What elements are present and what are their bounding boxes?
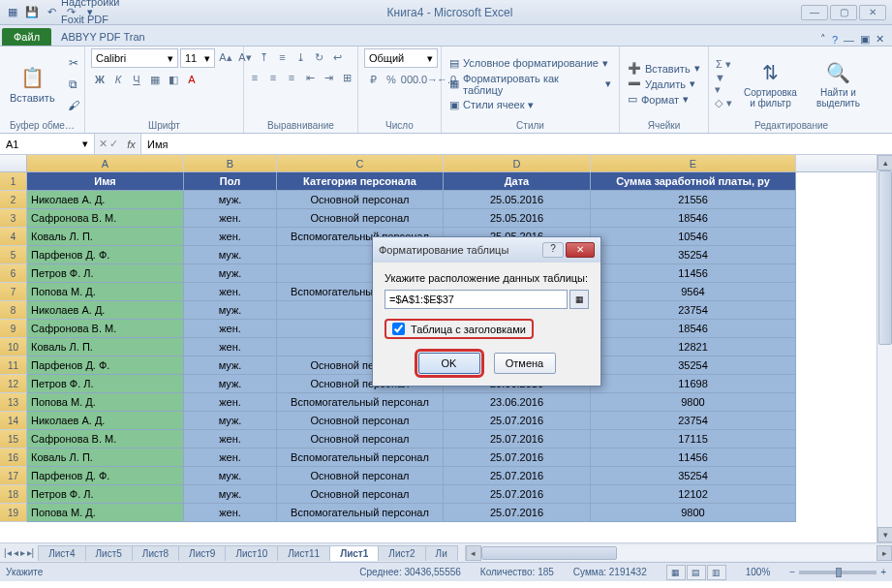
sheet-tab-Лист9[interactable]: Лист9 (178, 545, 226, 561)
cell[interactable]: 11456 (591, 264, 796, 283)
row-header-12[interactable]: 12 (0, 375, 27, 393)
column-header-A[interactable]: A (27, 155, 184, 171)
enter-formula-icon[interactable]: ✓ (109, 138, 118, 150)
doc-minimize-icon[interactable]: — (844, 34, 854, 46)
cell[interactable]: муж. (184, 191, 277, 209)
cell[interactable]: Попова М. Д. (27, 283, 184, 301)
align-middle-icon[interactable]: ≡ (274, 48, 292, 66)
format-as-table-button[interactable]: ▦Форматировать как таблицу ▾ (447, 72, 613, 97)
font-size-combo[interactable]: 11▾ (180, 48, 215, 68)
percent-icon[interactable]: % (383, 71, 400, 88)
cell[interactable]: 23754 (591, 412, 796, 430)
align-left-icon[interactable]: ≡ (246, 69, 263, 86)
page-layout-view-icon[interactable]: ▤ (687, 565, 706, 580)
cell[interactable]: Попова М. Д. (27, 504, 184, 522)
insert-cells-button[interactable]: ➕Вставить ▾ (626, 61, 702, 76)
row-header-5[interactable]: 5 (0, 246, 27, 264)
fx-icon[interactable]: fx (122, 134, 141, 154)
file-tab[interactable]: Файл (2, 28, 51, 46)
autosum-icon[interactable]: Σ ▾ (715, 56, 732, 74)
row-header-14[interactable]: 14 (0, 412, 27, 430)
cell[interactable]: жен. (184, 449, 277, 467)
cell[interactable]: Петров Ф. Л. (27, 485, 184, 504)
cell[interactable]: Основной персонал (277, 191, 444, 209)
cell[interactable]: 11456 (591, 449, 796, 467)
headers-checkbox-row[interactable]: Таблица с заголовками (384, 319, 534, 339)
row-header-8[interactable]: 8 (0, 301, 27, 320)
cell[interactable]: Вспомогательный персонал (277, 449, 444, 467)
close-button[interactable]: ✕ (859, 5, 886, 20)
zoom-slider[interactable] (799, 571, 877, 574)
scroll-up-icon[interactable]: ▴ (877, 155, 892, 170)
font-name-combo[interactable]: Calibri▾ (91, 48, 178, 68)
header-cell[interactable]: Сумма заработной платы, ру (591, 172, 796, 191)
format-painter-icon[interactable]: 🖌 (63, 96, 84, 115)
cell[interactable]: 25.07.2016 (444, 485, 591, 504)
cancel-button[interactable]: Отмена (494, 353, 556, 374)
cell[interactable]: Сафронова В. М. (27, 430, 184, 449)
save-icon[interactable]: 💾 (23, 4, 41, 21)
cell[interactable]: Парфенов Д. Ф. (27, 246, 184, 264)
cell[interactable]: Петров Ф. Л. (27, 375, 184, 393)
dialog-titlebar[interactable]: Форматирование таблицы ? ✕ (373, 237, 600, 263)
row-header-10[interactable]: 10 (0, 338, 27, 356)
cell[interactable]: Николаев А. Д. (27, 412, 184, 430)
cell[interactable]: 17115 (591, 430, 796, 449)
format-cells-button[interactable]: ▭Формат ▾ (626, 92, 702, 107)
align-top-icon[interactable]: ⤒ (256, 48, 273, 66)
sheet-tab-Ли[interactable]: Ли (425, 545, 458, 561)
zoom-thumb[interactable] (836, 568, 842, 577)
cell[interactable]: 9800 (591, 504, 796, 522)
cell[interactable]: Парфенов Д. Ф. (27, 356, 184, 375)
cell[interactable]: Попова М. Д. (27, 393, 184, 412)
header-cell[interactable]: Пол (184, 172, 277, 191)
cell[interactable]: 18546 (591, 209, 796, 228)
cell[interactable]: Петров Ф. Л. (27, 264, 184, 283)
cell[interactable]: 35254 (591, 467, 796, 485)
zoom-out-icon[interactable]: − (789, 567, 795, 577)
cell[interactable]: 35254 (591, 356, 796, 375)
cell[interactable]: муж. (184, 375, 277, 393)
align-right-icon[interactable]: ≡ (283, 69, 300, 86)
header-cell[interactable]: Имя (27, 172, 184, 191)
cell[interactable]: Основной персонал (277, 467, 444, 485)
cell[interactable]: Основной персонал (277, 430, 444, 449)
cell[interactable]: Сафронова В. М. (27, 320, 184, 338)
orientation-icon[interactable]: ↻ (311, 48, 328, 66)
ok-button[interactable]: OK (418, 353, 480, 374)
row-header-15[interactable]: 15 (0, 430, 27, 449)
row-header-13[interactable]: 13 (0, 393, 27, 412)
first-sheet-icon[interactable]: |◂ (4, 547, 12, 558)
ribbon-tab-9[interactable]: Foxit PDF (53, 11, 153, 28)
comma-icon[interactable]: 000 (401, 71, 418, 88)
cell[interactable]: 23.06.2016 (444, 393, 591, 412)
header-cell[interactable]: Дата (444, 172, 591, 191)
cell[interactable]: муж. (184, 356, 277, 375)
row-header-1[interactable]: 1 (0, 172, 27, 191)
cell[interactable]: Основной персонал (277, 412, 444, 430)
cell[interactable]: жен. (184, 228, 277, 246)
cut-icon[interactable]: ✂ (63, 53, 84, 73)
ribbon-minimize-icon[interactable]: ˄ (820, 33, 826, 46)
horizontal-scrollbar[interactable]: ◂ ▸ (465, 545, 892, 561)
sheet-tab-Лист10[interactable]: Лист10 (225, 545, 278, 561)
excel-icon[interactable]: ▦ (4, 4, 21, 21)
fill-color-icon[interactable]: ◧ (165, 71, 182, 88)
headers-checkbox[interactable] (392, 323, 405, 335)
dialog-close-button[interactable]: ✕ (566, 242, 595, 258)
cell[interactable]: жен. (184, 338, 277, 356)
sheet-tab-Лист8[interactable]: Лист8 (132, 545, 179, 561)
cell[interactable]: 12821 (591, 338, 796, 356)
fill-icon[interactable]: ▼ ▾ (715, 76, 732, 93)
cell[interactable]: Вспомогательный персонал (277, 393, 444, 412)
cell[interactable]: жен. (184, 430, 277, 449)
row-header-11[interactable]: 11 (0, 356, 27, 375)
indent-increase-icon[interactable]: ⇥ (320, 69, 337, 86)
sort-filter-button[interactable]: ⇅ Сортировка и фильтр (736, 58, 805, 110)
number-format-combo[interactable]: Общий▾ (364, 48, 438, 68)
select-all-corner[interactable] (0, 155, 27, 171)
next-sheet-icon[interactable]: ▸ (20, 547, 25, 558)
cell[interactable]: 12102 (591, 485, 796, 504)
border-icon[interactable]: ▦ (146, 71, 164, 88)
underline-icon[interactable]: Ч (128, 71, 145, 88)
